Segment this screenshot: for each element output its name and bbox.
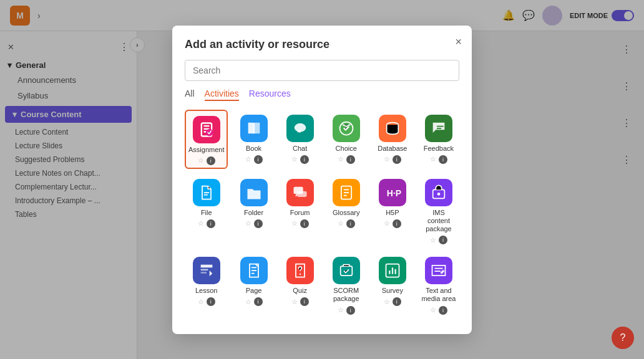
info-icon[interactable]: i	[439, 155, 447, 164]
help-button[interactable]: ?	[612, 327, 634, 349]
activity-icon	[193, 116, 220, 143]
activity-actions: ☆ i	[291, 219, 309, 228]
activity-actions: ☆ i	[430, 306, 447, 315]
activity-icon	[425, 257, 452, 284]
activity-icon	[333, 179, 360, 206]
star-icon[interactable]: ☆	[198, 298, 204, 306]
star-icon[interactable]: ☆	[338, 219, 344, 227]
star-icon[interactable]: ☆	[430, 236, 436, 244]
activity-item-feedback[interactable]: Feedback ☆ i	[418, 110, 459, 169]
star-icon[interactable]: ☆	[384, 298, 390, 306]
activity-name: Quiz	[293, 287, 307, 295]
activity-name: Glossary	[333, 209, 359, 217]
star-icon[interactable]: ☆	[430, 155, 436, 163]
info-icon[interactable]: i	[254, 155, 263, 164]
star-icon[interactable]: ☆	[291, 155, 298, 163]
info-icon[interactable]: i	[393, 155, 401, 164]
activity-item-ims-content-package[interactable]: IMS content package ☆ i	[418, 174, 459, 247]
activity-name: Survey	[382, 287, 403, 295]
activity-item-text-and-media-area[interactable]: Text and media area ☆ i	[418, 252, 459, 317]
activity-actions: ☆ i	[245, 155, 263, 164]
svg-point-10	[437, 193, 441, 196]
activity-item-folder[interactable]: Folder ☆ i	[233, 174, 274, 247]
star-icon[interactable]: ☆	[245, 155, 251, 163]
modal-title: Add an activity or resource	[185, 38, 459, 51]
activities-grid: Assignment ☆ i Book ☆ i Chat ☆ i	[185, 110, 459, 322]
activity-item-page[interactable]: Page ☆ i	[233, 252, 274, 317]
star-icon[interactable]: ☆	[198, 156, 204, 165]
activity-item-scorm-package[interactable]: SCORM package ☆ i	[326, 252, 367, 317]
activity-item-assignment[interactable]: Assignment ☆ i	[185, 110, 228, 169]
activity-item-chat[interactable]: Chat ☆ i	[280, 110, 321, 169]
activity-icon	[379, 257, 406, 284]
activity-icon	[286, 257, 314, 284]
info-icon[interactable]: i	[346, 219, 355, 228]
activity-actions: ☆ i	[291, 297, 309, 306]
activity-item-book[interactable]: Book ☆ i	[233, 110, 274, 169]
activity-name: Text and media area	[421, 287, 457, 303]
star-icon[interactable]: ☆	[245, 298, 251, 306]
svg-rect-6	[297, 191, 306, 196]
svg-marker-4	[433, 122, 445, 132]
activity-search-input[interactable]	[185, 60, 459, 81]
activity-item-survey[interactable]: Survey ☆ i	[372, 252, 413, 317]
star-icon[interactable]: ☆	[338, 306, 344, 314]
svg-text:H·P: H·P	[386, 188, 401, 198]
activity-actions: ☆ i	[384, 155, 401, 164]
filter-tab-resources[interactable]: Resources	[249, 89, 291, 101]
activity-name: Database	[378, 145, 407, 153]
info-icon[interactable]: i	[207, 219, 215, 228]
activity-actions: ☆ i	[245, 297, 263, 306]
star-icon[interactable]: ☆	[245, 219, 251, 227]
info-icon[interactable]: i	[346, 155, 355, 164]
activity-icon	[425, 179, 452, 206]
activity-name: Assignment	[188, 146, 224, 154]
star-icon[interactable]: ☆	[291, 219, 298, 227]
activity-name: Folder	[244, 209, 263, 217]
star-icon[interactable]: ☆	[384, 155, 390, 163]
info-icon[interactable]: i	[254, 219, 263, 228]
activity-icon	[333, 115, 360, 142]
info-icon[interactable]: i	[346, 306, 355, 315]
info-icon[interactable]: i	[300, 219, 309, 228]
activity-item-h5p[interactable]: H·P H5P ☆ i	[372, 174, 413, 247]
modal-overlay: Add an activity or resource × All Activi…	[0, 0, 644, 359]
activity-icon	[425, 115, 452, 142]
svg-point-11	[299, 274, 300, 275]
star-icon[interactable]: ☆	[291, 298, 298, 306]
info-icon[interactable]: i	[393, 219, 401, 228]
modal-close-button[interactable]: ×	[455, 36, 462, 49]
activity-actions: ☆ i	[384, 219, 401, 228]
activity-actions: ☆ i	[198, 156, 215, 165]
activity-actions: ☆ i	[245, 219, 263, 228]
activity-item-glossary[interactable]: Glossary ☆ i	[326, 174, 367, 247]
info-icon[interactable]: i	[439, 306, 447, 315]
activity-item-choice[interactable]: Choice ☆ i	[326, 110, 367, 169]
activity-name: Chat	[293, 145, 307, 153]
star-icon[interactable]: ☆	[198, 219, 204, 227]
activity-icon	[333, 257, 360, 284]
info-icon[interactable]: i	[207, 297, 215, 306]
info-icon[interactable]: i	[439, 236, 447, 244]
activity-item-file[interactable]: File ☆ i	[185, 174, 228, 247]
activity-item-quiz[interactable]: Quiz ☆ i	[280, 252, 321, 317]
star-icon[interactable]: ☆	[384, 219, 390, 227]
activity-item-forum[interactable]: Forum ☆ i	[280, 174, 321, 247]
star-icon[interactable]: ☆	[430, 306, 436, 314]
info-icon[interactable]: i	[300, 155, 309, 164]
activity-icon	[193, 257, 220, 284]
activity-actions: ☆ i	[198, 297, 215, 306]
activity-actions: ☆ i	[384, 297, 401, 306]
activity-actions: ☆ i	[430, 155, 447, 164]
info-icon[interactable]: i	[393, 297, 401, 306]
info-icon[interactable]: i	[300, 297, 309, 306]
info-icon[interactable]: i	[254, 297, 263, 306]
activity-item-database[interactable]: Database ☆ i	[372, 110, 413, 169]
star-icon[interactable]: ☆	[338, 155, 344, 163]
activity-icon	[379, 115, 406, 142]
info-icon[interactable]: i	[207, 156, 215, 165]
filter-tab-activities[interactable]: Activities	[205, 89, 239, 101]
activity-item-lesson[interactable]: Lesson ☆ i	[185, 252, 228, 317]
filter-tab-all[interactable]: All	[185, 89, 195, 101]
activity-icon	[286, 179, 314, 206]
